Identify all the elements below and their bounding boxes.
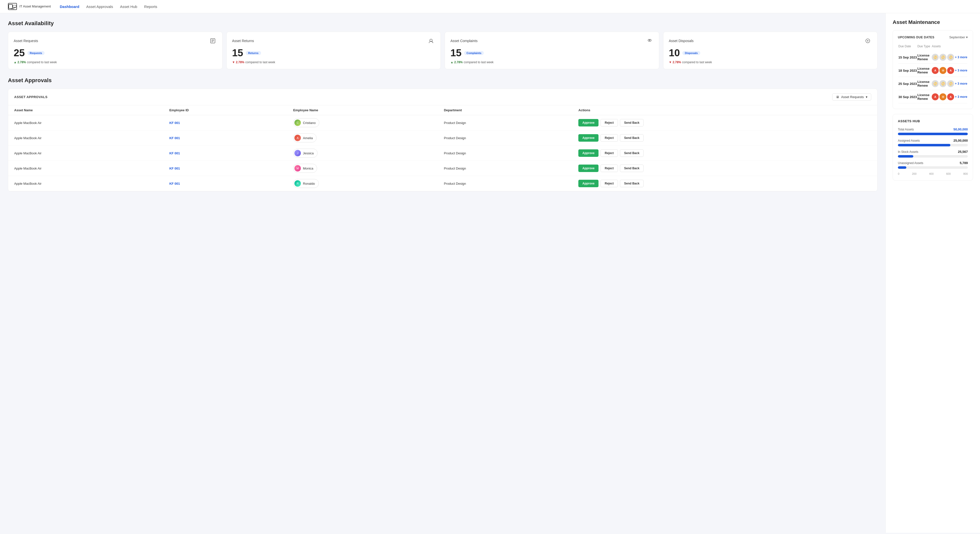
asset-icons: A✳A+ 3 more (932, 67, 967, 74)
approvals-filter-button[interactable]: 🖥 Asset Requests ▾ (832, 93, 871, 100)
dept: Product Design (438, 146, 573, 161)
due-date-row: 30 Sep 2023 License Renew A✳A+ 3 more (898, 91, 967, 103)
maintenance-section-title: Asset Maintenance (892, 19, 973, 25)
approve-button[interactable]: Approve (578, 134, 598, 142)
approve-button[interactable]: Approve (578, 164, 598, 172)
actions: Approve Reject Send Back (573, 146, 877, 161)
table-row: Apple MacBook Air KF 001 A Amelia Produc… (8, 131, 877, 146)
sendback-button[interactable]: Send Back (620, 149, 644, 157)
reject-button[interactable]: Reject (600, 134, 618, 142)
approvals-section-title: Asset Approvals (8, 77, 877, 84)
asset-icon-red: A (947, 67, 954, 74)
nav-logo: IT Asset Management (8, 3, 51, 10)
asset-icon-red: A (947, 93, 954, 100)
asset-icon-orange: ✳ (939, 67, 947, 74)
right-panel: Asset Maintenance UPCOMING DUE DATES Sep… (885, 13, 980, 533)
emp-name: A Amelia (287, 131, 438, 146)
hub-bar-track (898, 133, 968, 135)
asset-icon-red: A (932, 67, 939, 74)
left-panel: Asset Availability Asset Requests 25 Req… (0, 13, 885, 533)
due-date-row: 18 Sep 2023 License Renew A✳A+ 3 more (898, 64, 967, 77)
stat-badge: Disposals (682, 51, 700, 55)
emp-name: M Monica (287, 161, 438, 176)
stat-card-header: Asset Returns (232, 37, 435, 45)
asset-icon-gray: 📀 (947, 80, 954, 87)
asset-icon-gray: 📀 (932, 54, 939, 61)
hub-row: Unassigned Assets 5,789 150 (898, 161, 968, 169)
approve-button[interactable]: Approve (578, 119, 598, 126)
due-date: 25 Sep 2023 (898, 77, 917, 90)
asset-more: + 3 more (955, 56, 967, 59)
emp-name-chip: A Amelia (293, 134, 317, 142)
stat-number: 10 Disposals (669, 47, 872, 59)
month-chevron-icon: ▾ (966, 35, 968, 39)
stat-card-header: Asset Complaints (450, 37, 654, 45)
stat-change: ▲ 2.78% compared to last week (14, 61, 217, 64)
stat-card-title: Asset Disposals (669, 39, 694, 43)
reject-button[interactable]: Reject (600, 180, 618, 187)
asset-icon-gray: 📀 (939, 54, 947, 61)
nav-link-approvals[interactable]: Asset Approvals (86, 5, 113, 9)
stat-cards: Asset Requests 25 Requests ▲ 2.78% compa… (8, 32, 877, 69)
due-assets: 📀📀📀+ 3 more (932, 77, 967, 90)
asset-icon-gray: 📀 (939, 80, 947, 87)
sendback-button[interactable]: Send Back (620, 119, 644, 126)
stat-change: ▼ 2.78% compared to last week (669, 61, 872, 64)
nav-link-hub[interactable]: Asset Hub (120, 5, 137, 9)
stat-card-asset-returns: Asset Returns 15 Returns ▼ 2.78% compare… (226, 32, 441, 69)
hub-bar-fill (898, 166, 906, 169)
emp-name-chip: C Cristiano (293, 118, 319, 127)
main-layout: Asset Availability Asset Requests 25 Req… (0, 13, 980, 533)
avatar: R (294, 180, 301, 187)
approve-button[interactable]: Approve (578, 180, 598, 187)
approve-button[interactable]: Approve (578, 149, 598, 157)
stat-card-asset-disposals: Asset Disposals 10 Disposals ▼ 2.78% com… (663, 32, 878, 69)
hub-bar-fill (898, 144, 950, 147)
reject-button[interactable]: Reject (600, 164, 618, 172)
asset-icon-red: A (932, 93, 939, 100)
emp-id: KF 001 (163, 161, 287, 176)
avatar: J (294, 150, 301, 156)
action-buttons: Approve Reject Send Back (578, 180, 871, 187)
logo-icon (8, 3, 17, 10)
reject-button[interactable]: Reject (600, 149, 618, 157)
due-date-row: 25 Sep 2023 License Renew 📀📀📀+ 3 more (898, 77, 967, 90)
due-col-assets: Assets (932, 43, 967, 51)
stat-icon (427, 37, 435, 45)
hub-row-value: 5,789 (959, 161, 968, 165)
reject-button[interactable]: Reject (600, 119, 618, 126)
month-selector[interactable]: September ▾ (949, 35, 968, 39)
actions: Approve Reject Send Back (573, 131, 877, 146)
stat-badge: Requests (27, 51, 45, 55)
emp-name-label: Ronaldo (303, 182, 315, 185)
action-buttons: Approve Reject Send Back (578, 149, 871, 157)
nav-link-dashboard[interactable]: Dashboard (60, 5, 79, 9)
asset-icon-gray: 📀 (932, 80, 939, 87)
approvals-table-title: ASSET APPROVALS (14, 95, 48, 99)
sendback-button[interactable]: Send Back (620, 134, 644, 142)
due-dates-table: Due DateDue TypeAssets 15 Sep 2023 Licen… (898, 43, 968, 104)
table-row: Apple MacBook Air KF 001 R Ronaldo Produ… (8, 176, 877, 191)
due-assets: 📀📀📀+ 3 more (932, 51, 967, 64)
due-type: License Renew (917, 64, 931, 77)
hub-row-header: Assigned Assets 25,00,000 (898, 139, 968, 142)
sendback-button[interactable]: Send Back (620, 164, 644, 172)
stat-card-asset-complaints: Asset Complaints 15 Complaints ▲ 2.78% c… (445, 32, 659, 69)
hub-bar-track (898, 155, 968, 158)
asset-name: Apple MacBook Air (8, 176, 163, 191)
emp-name: R Ronaldo (287, 176, 438, 191)
stat-card-title: Asset Returns (232, 39, 254, 43)
sendback-button[interactable]: Send Back (620, 180, 644, 187)
approvals-header: ASSET APPROVALS 🖥 Asset Requests ▾ (8, 89, 877, 105)
due-date: 15 Sep 2023 (898, 51, 917, 64)
actions: Approve Reject Send Back (573, 161, 877, 176)
asset-icons: 📀📀📀+ 3 more (932, 54, 967, 61)
due-assets: A✳A+ 3 more (932, 91, 967, 103)
asset-icon-orange: ✳ (939, 93, 947, 100)
hub-row-header: Unassigned Assets 5,789 (898, 161, 968, 165)
maintenance-header: UPCOMING DUE DATES September ▾ (898, 35, 968, 39)
availability-title: Asset Availability (8, 20, 877, 27)
filter-icon: 🖥 (836, 95, 839, 99)
nav-link-reports[interactable]: Reports (144, 5, 157, 9)
asset-more: + 3 more (955, 82, 967, 85)
